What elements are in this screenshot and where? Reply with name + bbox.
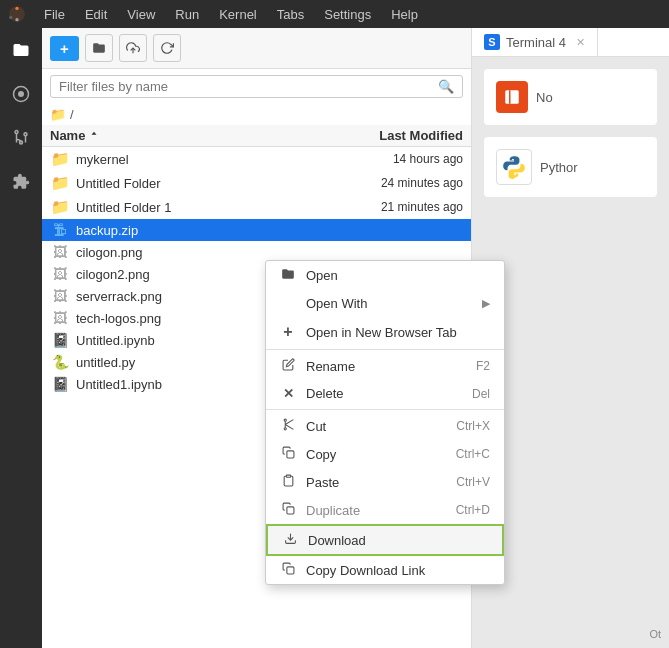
menu-settings[interactable]: Settings xyxy=(316,5,379,24)
copy-link-icon xyxy=(280,562,296,578)
paste-icon xyxy=(280,474,296,490)
svg-rect-19 xyxy=(286,451,293,458)
cut-icon xyxy=(280,418,296,434)
right-panel-footer: Ot xyxy=(649,628,661,640)
duplicate-shortcut: Ctrl+D xyxy=(456,503,490,517)
file-toolbar: + xyxy=(42,28,471,69)
ctx-item-download[interactable]: Download xyxy=(266,524,504,556)
image-icon-tech-logos: 🖼 xyxy=(50,310,70,326)
image-icon-cilogon2: 🖼 xyxy=(50,266,70,282)
folder-icon-mykernel: 📁 xyxy=(50,150,70,168)
ctx-label-open: Open xyxy=(306,268,490,283)
ctx-item-open-with[interactable]: Open With ▶ xyxy=(266,290,504,317)
ctx-item-delete[interactable]: ✕ Delete Del xyxy=(266,380,504,407)
plus-icon: + xyxy=(60,40,69,57)
menu-tabs[interactable]: Tabs xyxy=(269,5,312,24)
menu-file[interactable]: File xyxy=(36,5,73,24)
duplicate-icon xyxy=(280,502,296,518)
separator-2 xyxy=(266,409,504,410)
file-time-untitled-folder-1: 21 minutes ago xyxy=(323,200,463,214)
search-icon: 🔍 xyxy=(438,79,454,94)
image-icon-serverrack: 🖼 xyxy=(50,288,70,304)
file-row-untitled-folder[interactable]: 📁 Untitled Folder 24 minutes ago xyxy=(42,171,471,195)
copy-shortcut: Ctrl+C xyxy=(456,447,490,461)
sidebar-icon-running[interactable] xyxy=(7,80,35,108)
ctx-item-rename[interactable]: Rename F2 xyxy=(266,352,504,380)
sort-icon xyxy=(89,131,99,141)
terminal-tab-letter: S xyxy=(484,34,500,50)
svg-point-8 xyxy=(15,131,18,134)
menu-kernel[interactable]: Kernel xyxy=(211,5,265,24)
context-menu: Open Open With ▶ + Open in New Browser T… xyxy=(265,260,505,585)
col-name-header[interactable]: Name xyxy=(50,128,323,143)
upload-button[interactable] xyxy=(119,34,147,62)
menu-edit[interactable]: Edit xyxy=(77,5,115,24)
svg-point-5 xyxy=(18,91,24,97)
refresh-button[interactable] xyxy=(153,34,181,62)
terminal-tab-close-icon[interactable]: ✕ xyxy=(576,36,585,49)
python-icon-card xyxy=(496,149,532,185)
folder-icon-untitled-1: 📁 xyxy=(50,198,70,216)
folder-icon-untitled: 📁 xyxy=(50,174,70,192)
sidebar-icon-files[interactable] xyxy=(7,36,35,64)
ctx-item-open-browser[interactable]: + Open in New Browser Tab xyxy=(266,317,504,347)
file-name-untitled-folder: Untitled Folder xyxy=(76,176,323,191)
file-row-mykernel[interactable]: 📁 mykernel 14 hours ago xyxy=(42,147,471,171)
ctx-label-rename: Rename xyxy=(306,359,466,374)
copy-icon xyxy=(280,446,296,462)
chevron-right-icon: ▶ xyxy=(482,297,490,310)
file-row-backup-zip[interactable]: 🗜 backup.zip xyxy=(42,219,471,241)
ctx-item-paste[interactable]: Paste Ctrl+V xyxy=(266,468,504,496)
folder-upload-icon xyxy=(92,41,106,55)
terminal-tab-4[interactable]: S Terminal 4 ✕ xyxy=(472,28,598,56)
menu-help[interactable]: Help xyxy=(383,5,426,24)
rename-icon xyxy=(280,358,296,374)
ctx-item-open[interactable]: Open xyxy=(266,261,504,290)
rename-shortcut: F2 xyxy=(476,359,490,373)
svg-rect-21 xyxy=(286,507,293,514)
file-time-mykernel: 14 hours ago xyxy=(323,152,463,166)
search-input[interactable] xyxy=(59,79,438,94)
menu-run[interactable]: Run xyxy=(167,5,207,24)
python-panel-label: Pythor xyxy=(540,160,578,175)
upload-folder-button[interactable] xyxy=(85,34,113,62)
python-icon-untitled: 🐍 xyxy=(50,354,70,370)
new-button[interactable]: + xyxy=(50,36,79,61)
breadcrumb-path: / xyxy=(70,107,74,122)
cut-shortcut: Ctrl+X xyxy=(456,419,490,433)
terminal-tabs: S Terminal 4 ✕ xyxy=(472,28,669,57)
ctx-item-copy-link[interactable]: Copy Download Link xyxy=(266,556,504,584)
file-name-backup-zip: backup.zip xyxy=(76,223,323,238)
download-icon xyxy=(282,532,298,548)
file-time-untitled-folder: 24 minutes ago xyxy=(323,176,463,190)
separator-1 xyxy=(266,349,504,350)
svg-rect-23 xyxy=(286,567,293,574)
col-modified-header[interactable]: Last Modified xyxy=(323,128,463,143)
ctx-label-delete: Delete xyxy=(306,386,462,401)
ctx-item-copy[interactable]: Copy Ctrl+C xyxy=(266,440,504,468)
ctx-item-cut[interactable]: Cut Ctrl+X xyxy=(266,412,504,440)
folder-icon: 📁 xyxy=(50,107,66,122)
file-name-untitled-folder-1: Untitled Folder 1 xyxy=(76,200,323,215)
menu-view[interactable]: View xyxy=(119,5,163,24)
open-icon xyxy=(280,267,296,284)
sidebar-icon-extensions[interactable] xyxy=(7,168,35,196)
breadcrumb: 📁 / xyxy=(42,104,471,125)
notebook-icon-untitled: 📓 xyxy=(50,332,70,348)
sidebar-icon-git[interactable] xyxy=(7,124,35,152)
search-bar[interactable]: 🔍 xyxy=(50,75,463,98)
ctx-label-copy: Copy xyxy=(306,447,446,462)
file-name-mykernel: mykernel xyxy=(76,152,323,167)
svg-point-3 xyxy=(9,16,12,19)
ctx-label-open-browser: Open in New Browser Tab xyxy=(306,325,490,340)
ctx-label-download: Download xyxy=(308,533,488,548)
ctx-label-copy-link: Copy Download Link xyxy=(306,563,490,578)
svg-point-9 xyxy=(24,133,27,136)
ctx-item-duplicate[interactable]: Duplicate Ctrl+D xyxy=(266,496,504,524)
file-row-untitled-folder-1[interactable]: 📁 Untitled Folder 1 21 minutes ago xyxy=(42,195,471,219)
ctx-label-open-with: Open With xyxy=(306,296,472,311)
notebook-icon-card xyxy=(496,81,528,113)
svg-rect-12 xyxy=(505,90,519,104)
paste-shortcut: Ctrl+V xyxy=(456,475,490,489)
ctx-label-cut: Cut xyxy=(306,419,446,434)
